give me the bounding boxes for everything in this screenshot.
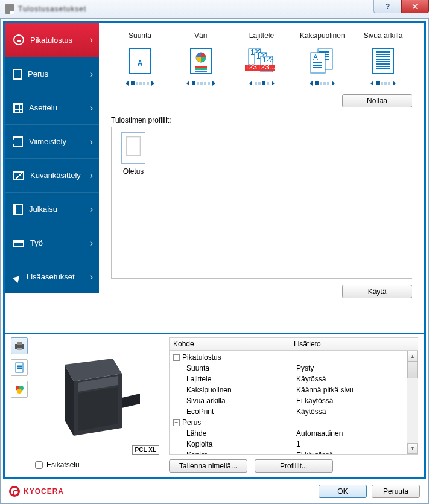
page-small-icon	[15, 362, 24, 373]
chevron-right-icon: ›	[90, 103, 93, 113]
quick-option-kaksipuolinen[interactable]: Kaksipuolinen A	[293, 31, 351, 86]
color-small-icon	[14, 384, 25, 395]
printer-icon	[5, 4, 14, 14]
profile-item[interactable]: Oletus	[116, 132, 150, 176]
tree-val: Käännä pitkä sivu	[294, 385, 418, 395]
chevron-right-icon: ›	[90, 34, 93, 45]
tree-collapse-icon[interactable]: −	[173, 419, 180, 426]
close-button[interactable]: ✕	[401, 0, 429, 13]
svg-point-49	[17, 389, 22, 394]
sidebar-item-pikatulostus[interactable]: Pikatulostus ›	[5, 23, 99, 57]
preview-tab-page[interactable]	[11, 359, 28, 376]
tree-key: Kaksipuolinen	[173, 385, 294, 395]
save-as-button[interactable]: Tallenna nimellä...	[169, 459, 247, 473]
svg-text:A: A	[313, 53, 318, 62]
sidebar-item-asettelu[interactable]: Asettelu ›	[5, 91, 99, 124]
tree-group-label: Pikatulostus	[182, 352, 221, 362]
chevron-right-icon: ›	[90, 204, 93, 215]
quick-option-vari[interactable]: Väri	[172, 31, 230, 86]
tree-key: Kopiot	[173, 450, 294, 455]
kyocera-logo-icon	[9, 486, 20, 497]
quick-option-label: Kaksipuolinen	[293, 31, 351, 40]
preview-checkbox[interactable]: Esikatselu	[35, 461, 80, 469]
option-pager[interactable]	[293, 81, 351, 86]
sidebar-item-label: Asettelu	[29, 103, 57, 112]
svg-rect-33	[376, 54, 390, 55]
sidebar-item-julkaisu[interactable]: Julkaisu ›	[5, 192, 99, 226]
summary-header: Kohde Lisätieto	[169, 337, 418, 351]
clock-icon	[13, 34, 24, 45]
sidebar-item-label: Pikatulostus	[30, 36, 72, 45]
summary-header-item: Kohde	[170, 338, 290, 350]
tree-collapse-icon[interactable]: −	[173, 354, 180, 361]
nup-icon	[354, 46, 412, 76]
titlebar: Tulostusasetukset ? ✕	[0, 0, 429, 18]
tree-key: Lähde	[173, 429, 294, 438]
svg-rect-37	[376, 63, 390, 65]
finishing-icon	[13, 136, 23, 147]
quick-option-label: Lajittele	[233, 31, 291, 40]
scroll-down-icon[interactable]: ▼	[407, 443, 418, 454]
scroll-thumb[interactable]	[407, 362, 418, 378]
option-pager[interactable]	[354, 81, 412, 86]
summary-tree[interactable]: −Pikatulostus SuuntaPysty LajitteleKäytö…	[169, 351, 418, 455]
tree-group-label: Perus	[182, 418, 201, 427]
summary-header-info: Lisätieto	[290, 338, 418, 350]
quick-option-lajittele[interactable]: Lajittele 123 123 123 123123...	[233, 31, 291, 86]
preview-tab-printer[interactable]	[11, 337, 28, 354]
quick-option-sivua-arkilla[interactable]: Sivua arkilla	[354, 31, 412, 86]
sidebar-item-label: Työ	[30, 238, 43, 247]
ok-button[interactable]: OK	[319, 485, 367, 498]
sidebar-item-label: Kuvankäsittely	[30, 171, 81, 180]
preview-checkbox-input[interactable]	[35, 461, 43, 469]
option-pager[interactable]	[172, 81, 230, 86]
svg-rect-42	[17, 348, 22, 350]
apply-button[interactable]: Käytä	[342, 285, 412, 298]
svg-rect-39	[376, 68, 390, 69]
reset-button[interactable]: Nollaa	[342, 94, 412, 107]
svg-rect-4	[195, 66, 207, 68]
quick-print-panel: Suunta A Väri	[99, 23, 424, 328]
preview-tab-color[interactable]	[11, 381, 28, 398]
scrollbar[interactable]: ▲ ▼	[407, 351, 418, 454]
sidebar-item-label: Viimeistely	[29, 137, 66, 146]
printer-small-icon	[14, 340, 25, 351]
profiles-button[interactable]: Profiilit...	[255, 459, 333, 473]
svg-rect-29	[313, 65, 322, 66]
tree-val: Ei käytössä	[294, 396, 418, 406]
sidebar-item-tyo[interactable]: Työ ›	[5, 226, 99, 260]
quick-option-label: Väri	[172, 31, 230, 40]
duplex-icon: A	[293, 46, 351, 76]
option-pager[interactable]	[111, 81, 169, 86]
option-pager[interactable]	[233, 81, 291, 86]
svg-rect-36	[376, 61, 390, 62]
sidebar-item-label: Lisäasetukset	[27, 272, 75, 281]
sidebar-item-lisaasetukset[interactable]: Lisäasetukset ›	[5, 260, 99, 293]
advanced-icon	[13, 271, 25, 283]
scroll-up-icon[interactable]: ▲	[407, 351, 418, 362]
preview-checkbox-label: Esikatselu	[46, 461, 80, 469]
svg-rect-6	[195, 71, 207, 72]
help-button[interactable]: ?	[373, 0, 401, 13]
svg-text:123123...: 123123...	[245, 63, 275, 71]
profile-name: Oletus	[116, 167, 150, 176]
sidebar: Pikatulostus › Perus › Asettelu › Viimei…	[5, 23, 99, 328]
tree-val: Pysty	[294, 363, 418, 373]
quick-option-suunta[interactable]: Suunta A	[111, 31, 169, 86]
sidebar-item-perus[interactable]: Perus ›	[5, 57, 99, 91]
chevron-right-icon: ›	[90, 272, 93, 282]
sidebar-item-label: Julkaisu	[29, 205, 57, 214]
profiles-listbox[interactable]: Oletus	[111, 127, 412, 279]
cancel-button[interactable]: Peruuta	[372, 485, 420, 498]
profiles-label: Tulostimen profiilit:	[111, 116, 412, 124]
tree-val: Automaattinen	[294, 429, 418, 438]
sidebar-item-viimeistely[interactable]: Viimeistely ›	[5, 124, 99, 158]
sidebar-item-kuvankasittely[interactable]: Kuvankäsittely ›	[5, 158, 99, 192]
svg-rect-35	[376, 59, 390, 60]
orientation-icon: A	[111, 46, 169, 76]
svg-rect-28	[313, 62, 322, 63]
svg-rect-44	[17, 365, 22, 366]
tree-key: Lajittele	[173, 374, 294, 384]
tree-val: 1	[294, 439, 418, 449]
svg-rect-46	[17, 368, 22, 369]
